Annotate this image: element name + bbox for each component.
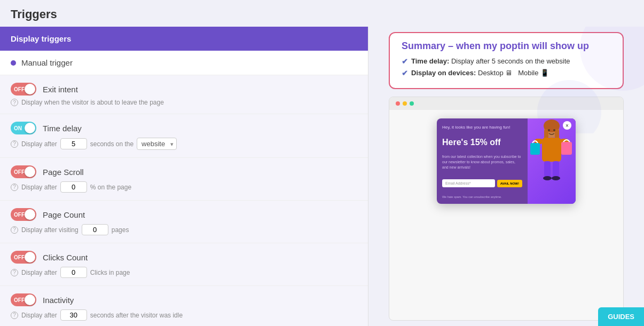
page-count-input[interactable] (82, 224, 108, 235)
trigger-exit-intent: OFF Exit intent ? Display when the visit… (0, 75, 368, 114)
trigger-desc-page-scroll: ? Display after % on the page (11, 181, 357, 193)
time-delay-suffix: seconds on the (90, 140, 133, 148)
trigger-desc-time-delay: ? Display after seconds on the website p… (11, 138, 357, 150)
trigger-name-time-delay: Time delay (43, 124, 82, 133)
trigger-clicks-count: OFF Clicks Count ? Display after Clicks … (0, 243, 368, 286)
toggle-time-delay[interactable]: ON (11, 122, 36, 134)
help-icon-exit-intent[interactable]: ? (11, 99, 18, 106)
toggle-knob-page-scroll (25, 166, 35, 177)
svg-point-13 (543, 176, 552, 180)
page-count-suffix: pages (112, 226, 129, 234)
left-panel: Display triggers Manual trigger OFF Exit… (0, 27, 368, 326)
page-scroll-prefix: Display after (21, 184, 57, 191)
trigger-name-exit-intent: Exit intent (43, 85, 78, 94)
inactivity-input[interactable] (60, 309, 87, 321)
check-icon-time-delay: ✔ (402, 57, 408, 66)
trigger-desc-inactivity: ? Display after seconds after the visito… (11, 309, 357, 321)
toggle-knob-exit-intent (25, 84, 35, 94)
poptin-fun-text: Hey, it looks like you are having fun! (442, 125, 522, 130)
summary-devices-text: Display on devices: Desktop 🖥 Mobile 📱 (411, 69, 549, 77)
inactivity-suffix: seconds after the visitor was idle (90, 312, 183, 319)
svg-rect-9 (530, 143, 540, 155)
poptin-email-row: Email Address* AVAIL NOW! (442, 179, 522, 187)
svg-point-14 (552, 176, 560, 180)
dot-green (410, 101, 414, 106)
right-panel: Summary – when my poptin will show up ✔ … (368, 27, 644, 326)
exit-intent-description: Display when the visitor is about to lea… (21, 99, 164, 106)
help-icon-page-count[interactable]: ? (11, 226, 18, 234)
trigger-inactivity: OFF Inactivity ? Display after seconds a… (0, 286, 368, 326)
poptin-cta-button[interactable]: AVAIL NOW! (497, 180, 522, 187)
page-scroll-input[interactable] (60, 181, 87, 193)
svg-rect-10 (561, 142, 572, 155)
svg-point-16 (553, 129, 555, 131)
time-delay-prefix: Display after (21, 140, 57, 148)
toggle-page-scroll[interactable]: OFF (11, 165, 36, 178)
dot-yellow (403, 101, 407, 106)
clicks-count-input[interactable] (60, 267, 87, 278)
trigger-page-scroll: OFF Page Scroll ? Display after % on the… (0, 158, 368, 201)
website-select[interactable]: website page (137, 138, 177, 150)
poptin-email-input[interactable]: Email Address* (442, 179, 495, 187)
help-icon-clicks-count[interactable]: ? (11, 269, 18, 276)
poptin-popup: × Hey, it looks like you are having fun!… (437, 118, 576, 204)
poptin-right (528, 118, 576, 204)
toggle-label-exit-intent: OFF (14, 86, 25, 92)
trigger-time-delay: ON Time delay ? Display after seconds on… (0, 114, 368, 158)
time-delay-seconds-input[interactable] (60, 138, 87, 149)
trigger-name-page-count: Page Count (43, 210, 85, 219)
clicks-count-suffix: Clicks in page (90, 269, 130, 276)
help-icon-inactivity[interactable]: ? (11, 312, 18, 319)
toggle-clicks-count[interactable]: OFF (11, 251, 36, 264)
toggle-exit-intent[interactable]: OFF (11, 83, 36, 96)
toggle-label-page-scroll: OFF (14, 169, 25, 175)
svg-rect-6 (542, 138, 561, 162)
trigger-desc-exit-intent: ? Display when the visitor is about to l… (11, 99, 357, 106)
manual-trigger-row: Manual trigger (0, 51, 368, 75)
toggle-knob-inactivity (25, 295, 35, 305)
toggle-page-count[interactable]: OFF (11, 208, 36, 221)
page-scroll-suffix: % on the page (90, 184, 131, 191)
check-icon-devices: ✔ (402, 69, 408, 77)
toggle-label-time-delay: ON (14, 125, 22, 131)
toggle-knob-time-delay (25, 123, 35, 133)
inactivity-prefix: Display after (21, 312, 57, 319)
help-icon-time-delay[interactable]: ? (11, 140, 18, 148)
poptin-fine-print: We hate spam. You can unsubscribe anytim… (442, 195, 522, 198)
preview-content: × Hey, it looks like you are having fun!… (389, 110, 623, 212)
website-select-wrapper: website page (137, 138, 177, 150)
poptin-headline: Here's 15% off (442, 137, 522, 147)
toggle-knob-clicks-count (25, 252, 35, 263)
toggle-inactivity[interactable]: OFF (11, 293, 36, 306)
toggle-label-clicks-count: OFF (14, 255, 25, 260)
display-triggers-header: Display triggers (0, 27, 368, 51)
trigger-name-clicks-count: Clicks Count (43, 253, 88, 262)
trigger-name-inactivity: Inactivity (43, 296, 74, 305)
clicks-count-prefix: Display after (21, 269, 57, 276)
dot-red (396, 101, 400, 106)
trigger-desc-clicks-count: ? Display after Clicks in page (11, 267, 357, 278)
svg-point-0 (580, 27, 644, 91)
svg-point-15 (548, 129, 550, 131)
trigger-name-page-scroll: Page Scroll (43, 168, 84, 177)
woman-figure (530, 118, 573, 204)
preview-card: × Hey, it looks like you are having fun!… (389, 97, 624, 321)
manual-trigger-label: Manual trigger (21, 58, 73, 67)
svg-rect-11 (544, 161, 551, 177)
toggle-label-page-count: OFF (14, 212, 25, 218)
poptin-left: Hey, it looks like you are having fun! H… (437, 118, 528, 204)
poptin-image-bg (528, 118, 576, 204)
manual-trigger-dot (11, 60, 16, 66)
poptin-body: from our latest collection when you subs… (442, 154, 522, 170)
svg-rect-12 (553, 161, 559, 177)
poptin-close-button[interactable]: × (563, 121, 571, 130)
help-icon-page-scroll[interactable]: ? (11, 184, 18, 191)
page-count-prefix: Display after visiting (21, 226, 78, 234)
page-title: Triggers (0, 0, 644, 27)
trigger-desc-page-count: ? Display after visiting pages (11, 224, 357, 235)
toggle-knob-page-count (25, 209, 35, 220)
trigger-page-count: OFF Page Count ? Display after visiting … (0, 201, 368, 243)
toggle-label-inactivity: OFF (14, 297, 25, 303)
guides-button[interactable]: GUIDES (598, 307, 644, 326)
